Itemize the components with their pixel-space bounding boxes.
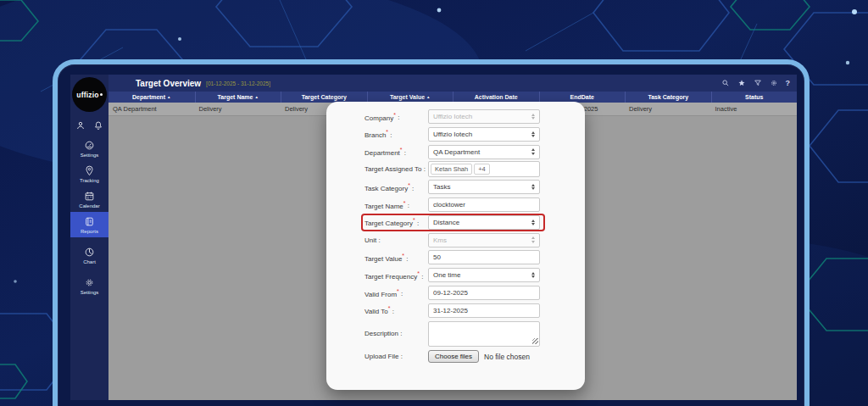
gear-icon[interactable] [770,79,778,87]
gauge-icon [84,140,95,151]
reports-icon [84,216,95,227]
cell-department: QA Department [108,103,195,115]
field-target-value: Target Value* [364,250,542,264]
sidebar-item-tracking[interactable]: Tracking [70,161,108,186]
assignee-multiselect[interactable]: Ketan Shah +4 [428,161,540,177]
star-icon[interactable] [737,79,746,87]
cell-target-name: Delivery [195,103,281,115]
field-branch: Branch* Uffizio Iotech [364,127,542,142]
uffizio-logo: uffizio [72,77,107,112]
target-value-input[interactable] [428,250,540,264]
select-arrows-icon [531,184,535,191]
user-icon[interactable] [75,120,86,131]
select-arrows-icon [531,131,535,138]
required-asterisk: * [400,147,403,153]
sidebar-item-chart[interactable]: Chart [70,242,108,268]
required-asterisk: * [393,112,396,118]
select-arrows-icon [531,114,535,120]
valid-from-input[interactable] [428,286,540,300]
assignee-overflow-chip[interactable]: +4 [474,164,490,175]
column-header[interactable]: Status [711,92,798,103]
select-arrows-icon [531,236,535,243]
target-frequency-select[interactable]: One time [428,268,540,282]
sidebar-item-calendar[interactable]: Calendar [70,186,108,212]
sidebar-item-label: Settings [81,290,99,295]
required-asterisk: * [388,305,391,311]
valid-to-input[interactable] [428,303,540,318]
sidebar-item-settings[interactable]: Settings [70,136,108,161]
calendar-icon [84,191,95,202]
field-description: Description [364,321,542,347]
sidebar-item-label: Settings [81,153,99,158]
target-category-select[interactable]: Distance [428,215,540,230]
file-chosen-status: No file chosen [484,353,530,361]
sidebar-item-label: Reports [81,229,98,234]
select-arrows-icon [531,220,535,226]
column-header[interactable]: Target Name▲ [195,92,281,103]
description-textarea[interactable] [428,321,540,347]
assignee-chip[interactable]: Ketan Shah [431,164,472,175]
required-asterisk: * [386,129,388,135]
field-unit: Unit Kms [364,233,542,247]
target-name-input[interactable] [428,197,540,212]
department-select[interactable]: QA Department [428,145,540,159]
required-asterisk: * [413,217,415,223]
choose-files-button[interactable]: Choose files [428,350,479,363]
field-target-assigned-to: Target Assigned To Ketan Shah +4 [364,162,542,176]
required-asterisk: * [402,253,404,259]
field-target-category-highlighted: Target Category* Distance [363,215,543,230]
cell-status: Inactive [711,103,798,115]
branch-select[interactable]: Uffizio Iotech [428,127,540,142]
field-valid-from: Valid From* [364,286,542,300]
required-asterisk: * [397,288,399,294]
sort-asc-icon: ▲ [426,95,430,99]
sidebar: uffizio [70,75,108,400]
bell-icon[interactable] [93,120,103,131]
column-header[interactable]: Department▲ [108,92,195,103]
sidebar-item-reports[interactable]: Reports [70,212,108,237]
page-title: Target Overview [136,79,201,88]
field-valid-to: Valid To* [364,303,542,318]
required-asterisk: * [403,200,406,206]
logo-text: uffizio [76,91,98,99]
unit-select[interactable]: Kms [428,233,540,247]
column-header[interactable]: Task Category [625,92,711,103]
gear-icon [84,277,95,288]
select-arrows-icon [531,148,535,155]
sort-asc-icon: ▲ [254,95,258,99]
sidebar-item-label: Calendar [79,203,99,209]
search-icon[interactable] [721,79,730,87]
task-category-select[interactable]: Tasks [428,180,540,194]
cell-task-category: Delivery [625,103,711,115]
chart-icon [84,247,95,258]
field-task-category: Task Category* Tasks [364,180,542,194]
filter-icon[interactable] [754,79,762,87]
field-target-frequency: Target Frequency* One time [364,268,542,282]
field-department: Department* QA Department [364,145,542,159]
tracking-pin-icon [84,165,95,176]
select-arrows-icon [531,272,535,279]
sidebar-item-settings-bottom[interactable]: Settings [70,273,108,298]
company-select[interactable]: Uffizio Iotech [428,109,540,124]
field-upload-file: Upload File Choose files No file chosen [364,349,542,364]
sidebar-item-label: Chart [83,259,96,264]
sidebar-item-label: Tracking [80,178,99,183]
date-range[interactable]: [01-12-2025 - 31-12-2025] [206,81,270,86]
required-asterisk: * [408,182,410,188]
required-asterisk: * [417,270,420,276]
field-company: Company* Uffizio Iotech [364,109,542,124]
field-target-name: Target Name* [364,197,542,212]
page-header: Target Overview [01-12-2025 - 31-12-2025… [108,75,797,92]
sort-asc-icon: ▲ [167,95,170,99]
target-form-modal: Company* Uffizio Iotech Branch* Uffizio … [326,102,585,390]
help-icon[interactable]: ? [786,79,791,87]
